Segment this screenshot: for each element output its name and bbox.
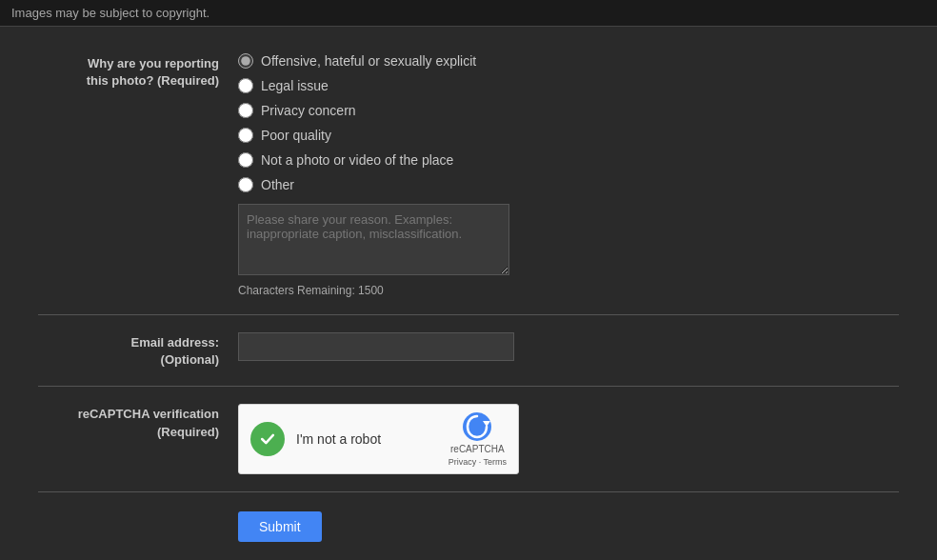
top-notice: Images may be subject to copyright. — [0, 0, 937, 27]
recaptcha-brand-text: reCAPTCHA — [450, 444, 505, 455]
radio-privacy[interactable] — [238, 103, 253, 118]
label-privacy[interactable]: Privacy concern — [261, 103, 356, 118]
radio-other[interactable] — [238, 177, 253, 192]
recaptcha-label: reCAPTCHA verification (Required) — [38, 404, 238, 440]
radio-option-1[interactable]: Offensive, hateful or sexually explicit — [238, 53, 899, 69]
recaptcha-logo-area: reCAPTCHA Privacy · Terms — [449, 411, 507, 467]
email-section: Email address: (Optional) — [38, 315, 899, 387]
email-content — [238, 332, 899, 361]
recaptcha-widget[interactable]: I'm not a robot reCAPTCHA Privacy · Term… — [238, 404, 519, 474]
label-legal[interactable]: Legal issue — [261, 78, 329, 93]
recaptcha-content: I'm not a robot reCAPTCHA Privacy · Term… — [238, 404, 899, 474]
label-quality[interactable]: Poor quality — [261, 128, 331, 143]
radio-not-photo[interactable] — [238, 152, 253, 168]
radio-option-5[interactable]: Not a photo or video of the place — [238, 152, 899, 168]
radio-option-4[interactable]: Poor quality — [238, 128, 899, 143]
report-section: Why are you reporting this photo? (Requi… — [38, 36, 899, 315]
submit-section: Submit — [38, 492, 899, 551]
email-label: Email address: (Optional) — [38, 332, 238, 369]
email-input[interactable] — [238, 332, 514, 361]
recaptcha-not-robot-text: I'm not a robot — [296, 431, 437, 447]
radio-option-6[interactable]: Other — [238, 177, 899, 192]
radio-legal[interactable] — [238, 78, 253, 93]
radio-option-2[interactable]: Legal issue — [238, 78, 899, 93]
submit-button[interactable]: Submit — [238, 511, 322, 542]
chars-remaining: Characters Remaining: 1500 — [238, 284, 899, 297]
label-other[interactable]: Other — [261, 177, 294, 192]
recaptcha-section: reCAPTCHA verification (Required) I'm no… — [38, 387, 899, 492]
radio-quality[interactable] — [238, 128, 253, 143]
report-content: Offensive, hateful or sexually explicit … — [238, 53, 899, 297]
recaptcha-privacy-links: Privacy · Terms — [449, 457, 507, 467]
recaptcha-checkmark-icon — [250, 422, 285, 456]
report-label: Why are you reporting this photo? (Requi… — [38, 53, 238, 90]
radio-option-3[interactable]: Privacy concern — [238, 103, 899, 118]
label-not-photo[interactable]: Not a photo or video of the place — [261, 152, 453, 168]
label-offensive[interactable]: Offensive, hateful or sexually explicit — [261, 53, 476, 69]
radio-offensive[interactable] — [238, 53, 253, 69]
radio-group: Offensive, hateful or sexually explicit … — [238, 53, 899, 192]
recaptcha-logo-icon — [462, 411, 492, 442]
reason-textarea[interactable] — [238, 204, 509, 275]
